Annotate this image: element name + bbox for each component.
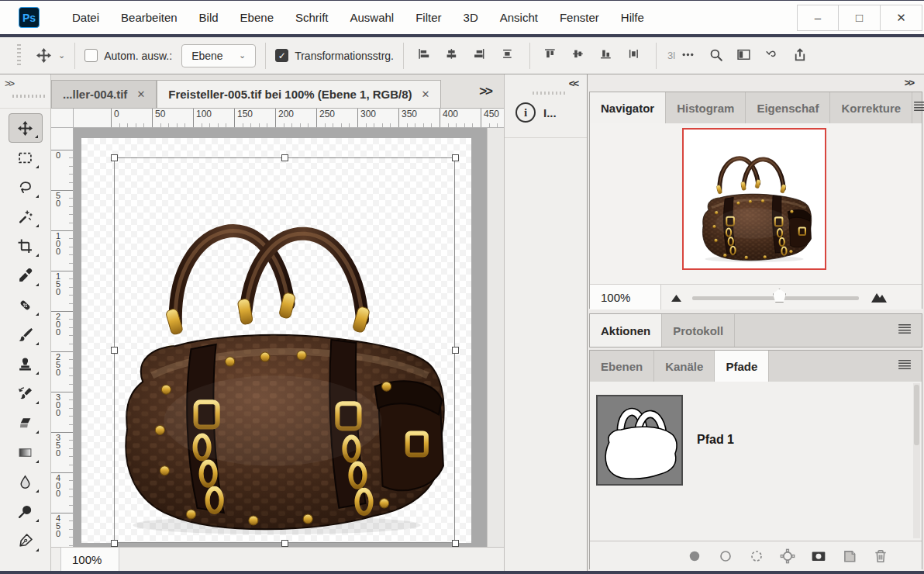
transform-handle[interactable] [111, 540, 118, 547]
tab-korrekture[interactable]: Korrekture [830, 92, 912, 123]
menu-filter[interactable]: Filter [405, 6, 452, 29]
path-from-selection-icon[interactable] [777, 546, 798, 566]
document-tab-1[interactable]: ...ller-004.tif✕ [51, 80, 157, 108]
move-tool[interactable] [9, 113, 43, 143]
navigator-zoom-field[interactable]: 100% [590, 285, 661, 309]
menu-datei[interactable]: Datei [61, 6, 110, 29]
lasso-tool[interactable] [9, 172, 43, 202]
tab-navigator[interactable]: Navigator [590, 92, 666, 123]
menu-bearbeiten[interactable]: Bearbeiten [110, 6, 188, 29]
path-row[interactable]: Pfad 1 [590, 389, 914, 490]
magic-wand-tool[interactable] [9, 202, 43, 231]
tab-overflow-icon[interactable]: >> [473, 81, 498, 102]
canvas-area[interactable] [74, 128, 487, 547]
tools-drag-handle[interactable] [12, 95, 45, 98]
brush-tool[interactable] [9, 320, 43, 349]
share-icon[interactable] [788, 44, 812, 67]
chevron-down-icon[interactable]: ⌄ [58, 50, 65, 61]
distribute-center-v-icon[interactable] [623, 44, 646, 67]
expand-panels-icon[interactable]: >> [905, 77, 913, 88]
panel-menu-icon[interactable] [897, 359, 912, 373]
tab-histogram[interactable]: Histogram [666, 92, 746, 123]
tab-aktionen[interactable]: Aktionen [590, 314, 662, 347]
info-icon[interactable]: i [515, 102, 536, 123]
minimize-button[interactable]: – [797, 5, 839, 31]
menu-ebene[interactable]: Ebene [229, 6, 284, 29]
transform-controls-checkbox[interactable]: ✓ [275, 49, 288, 62]
collapse-panel-icon[interactable]: << [569, 78, 578, 89]
blur-tool[interactable] [9, 467, 43, 496]
trash-icon[interactable] [871, 546, 891, 566]
transform-handle[interactable] [111, 154, 118, 161]
photoshop-logo[interactable]: Ps [19, 7, 40, 28]
gradient-tool[interactable] [9, 437, 43, 467]
more-options-icon[interactable] [677, 44, 700, 67]
transform-handle[interactable] [111, 347, 118, 354]
healing-brush-tool[interactable] [9, 290, 43, 320]
transform-handle[interactable] [281, 540, 288, 547]
align-left-icon[interactable] [413, 44, 436, 67]
close-tab-icon[interactable]: ✕ [136, 88, 145, 100]
info-drag-handle[interactable] [533, 92, 567, 95]
tab-pfade[interactable]: Pfade [715, 351, 769, 382]
menu-3d[interactable]: 3D [453, 6, 489, 29]
clone-stamp-tool[interactable] [9, 349, 43, 379]
snap-curve-icon[interactable] [760, 44, 784, 67]
load-selection-icon[interactable] [746, 546, 767, 566]
distribute-center-h-icon[interactable] [497, 44, 520, 67]
transform-handle[interactable] [452, 347, 459, 354]
stroke-path-icon[interactable] [715, 546, 736, 566]
dodge-tool[interactable] [9, 496, 43, 526]
menu-fenster[interactable]: Fenster [549, 6, 610, 29]
pen-tool[interactable] [9, 526, 43, 555]
document-canvas[interactable] [81, 138, 471, 543]
eraser-tool[interactable] [9, 408, 43, 437]
tab-protokoll[interactable]: Protokoll [662, 314, 735, 347]
eyedropper-tool[interactable] [9, 261, 43, 290]
align-bottom-icon[interactable] [595, 44, 619, 67]
navigator-proxy-view[interactable] [682, 128, 826, 270]
auto-select-checkbox[interactable] [84, 49, 98, 62]
document-tab-2[interactable]: Freisteller-005.tif bei 100% (Ebene 1, R… [157, 80, 441, 108]
align-center-h-icon[interactable] [441, 44, 464, 67]
tab-eigenschaf[interactable]: Eigenschaf [746, 92, 830, 123]
menu-auswahl[interactable]: Auswahl [340, 6, 405, 29]
search-icon[interactable] [705, 44, 728, 67]
zoom-out-mountain-icon[interactable] [671, 292, 682, 303]
options-drag-handle[interactable] [17, 44, 21, 67]
new-path-icon[interactable] [840, 546, 860, 566]
mask-icon[interactable] [808, 546, 829, 566]
marquee-tool[interactable] [9, 143, 43, 172]
align-top-icon[interactable] [540, 44, 563, 67]
tab-ebenen[interactable]: Ebenen [590, 351, 654, 382]
panel-menu-icon[interactable] [897, 323, 912, 337]
menu-bild[interactable]: Bild [188, 6, 229, 29]
history-brush-tool[interactable] [9, 379, 43, 408]
menu-schrift[interactable]: Schrift [284, 6, 340, 29]
zoom-level-field[interactable]: 100% [60, 548, 119, 571]
paths-scrollbar[interactable] [913, 383, 920, 538]
align-right-icon[interactable] [469, 44, 492, 67]
zoom-in-mountain-icon[interactable] [871, 290, 888, 303]
transform-handle[interactable] [281, 154, 288, 161]
panel-menu-icon[interactable] [912, 101, 924, 115]
path-thumbnail[interactable] [596, 395, 683, 486]
tab-kanle[interactable]: Kanäle [654, 351, 715, 382]
transform-handle[interactable] [452, 154, 459, 161]
transform-handle[interactable] [452, 540, 459, 547]
close-tab-icon[interactable]: ✕ [422, 88, 430, 100]
panel-toggle-icon[interactable] [733, 44, 756, 67]
maximize-button[interactable]: □ [839, 5, 881, 31]
close-button[interactable]: ✕ [881, 5, 922, 31]
crop-tool[interactable] [9, 231, 43, 261]
transform-bounding-box[interactable] [114, 157, 455, 543]
menu-hilfe[interactable]: Hilfe [610, 6, 655, 29]
canvas-scrollbar-track[interactable] [487, 128, 504, 547]
expand-panel-icon[interactable]: >> [5, 78, 13, 89]
menu-ansicht[interactable]: Ansicht [489, 6, 549, 29]
auto-select-dropdown[interactable]: Ebene ⌄ [181, 44, 256, 67]
info-panel-label[interactable]: I... [543, 106, 557, 119]
navigator-zoom-slider-thumb[interactable] [773, 289, 786, 303]
align-center-v-icon[interactable] [567, 44, 591, 67]
path-name[interactable]: Pfad 1 [697, 433, 734, 447]
